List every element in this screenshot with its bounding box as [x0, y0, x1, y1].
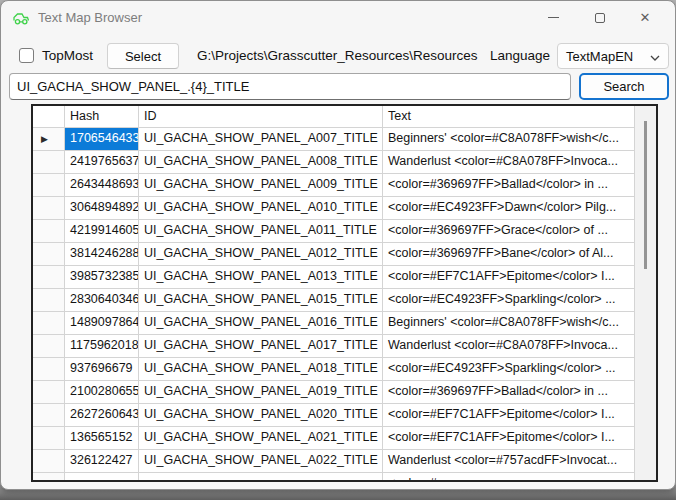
table-row-partial[interactable]: <color=#...	[33, 473, 656, 480]
row-selector-cell[interactable]	[33, 174, 65, 197]
text-cell[interactable]: <color=#EC4923FF>Dawn</color> Pilg...	[383, 197, 635, 220]
table-row[interactable]: 2643448693 UI_GACHA_SHOW_PANEL_A009_TITL…	[33, 174, 656, 197]
id-cell[interactable]: UI_GACHA_SHOW_PANEL_A020_TITLE	[139, 404, 383, 427]
id-cell[interactable]	[139, 473, 383, 480]
row-selector-cell[interactable]	[33, 404, 65, 427]
hash-cell[interactable]: 2627260643	[65, 404, 139, 427]
language-dropdown[interactable]: TextMapEN	[557, 43, 669, 69]
table-row[interactable]: 937696679 UI_GACHA_SHOW_PANEL_A018_TITLE…	[33, 358, 656, 381]
row-selector-cell[interactable]: ▶	[33, 128, 65, 151]
id-cell[interactable]: UI_GACHA_SHOW_PANEL_A012_TITLE	[139, 243, 383, 266]
topmost-label: TopMost	[42, 48, 93, 63]
id-cell[interactable]: UI_GACHA_SHOW_PANEL_A011_TITLE	[139, 220, 383, 243]
hash-cell[interactable]: 3064894892	[65, 197, 139, 220]
id-column-header[interactable]: ID	[139, 106, 383, 128]
id-cell[interactable]: UI_GACHA_SHOW_PANEL_A021_TITLE	[139, 427, 383, 450]
id-cell[interactable]: UI_GACHA_SHOW_PANEL_A017_TITLE	[139, 335, 383, 358]
table-row[interactable]: 136565152 UI_GACHA_SHOW_PANEL_A021_TITLE…	[33, 427, 656, 450]
app-window: Text Map Browser ✕ TopMost Select G:\Pro…	[0, 0, 676, 490]
scrollbar-thumb[interactable]	[644, 121, 647, 269]
text-cell[interactable]: <color=#EF7C1AFF>Epitome</color> I...	[383, 266, 635, 289]
table-row[interactable]: 4219914605 UI_GACHA_SHOW_PANEL_A011_TITL…	[33, 220, 656, 243]
text-cell[interactable]: Beginners' <color=#C8A078FF>wish</c...	[383, 128, 635, 151]
id-cell[interactable]: UI_GACHA_SHOW_PANEL_A018_TITLE	[139, 358, 383, 381]
row-selector-cell[interactable]	[33, 381, 65, 404]
text-cell[interactable]: Wanderlust <color=#C8A078FF>Invoca...	[383, 335, 635, 358]
hash-cell[interactable]: 1706546433	[65, 128, 139, 151]
hash-cell[interactable]: 3985732385	[65, 266, 139, 289]
text-cell[interactable]: <color=#369697FF>Bane</color> of Al...	[383, 243, 635, 266]
row-selector-cell[interactable]	[33, 358, 65, 381]
id-cell[interactable]: UI_GACHA_SHOW_PANEL_A022_TITLE	[139, 450, 383, 473]
id-cell[interactable]: UI_GACHA_SHOW_PANEL_A007_TITLE	[139, 128, 383, 151]
row-selector-cell[interactable]	[33, 220, 65, 243]
text-cell[interactable]: <color=#EC4923FF>Sparkling</color> ...	[383, 289, 635, 312]
row-selector-cell[interactable]	[33, 473, 65, 480]
select-button[interactable]: Select	[107, 43, 179, 69]
table-row[interactable]: 3985732385 UI_GACHA_SHOW_PANEL_A013_TITL…	[33, 266, 656, 289]
text-cell[interactable]: <color=#369697FF>Ballad</color> in ...	[383, 174, 635, 197]
id-cell[interactable]: UI_GACHA_SHOW_PANEL_A010_TITLE	[139, 197, 383, 220]
text-column-header[interactable]: Text	[383, 106, 635, 128]
text-cell[interactable]: <color=#369697FF>Grace</color> of ...	[383, 220, 635, 243]
minimize-icon	[548, 17, 559, 18]
row-selector-cell[interactable]	[33, 197, 65, 220]
vertical-scrollbar[interactable]	[635, 106, 656, 480]
table-row[interactable]: 326122427 UI_GACHA_SHOW_PANEL_A022_TITLE…	[33, 450, 656, 473]
table-row[interactable]: 2830640346 UI_GACHA_SHOW_PANEL_A015_TITL…	[33, 289, 656, 312]
table-row[interactable]: 2100280655 UI_GACHA_SHOW_PANEL_A019_TITL…	[33, 381, 656, 404]
hash-cell[interactable]: 2830640346	[65, 289, 139, 312]
hash-cell[interactable]	[65, 473, 139, 480]
maximize-button[interactable]	[580, 1, 620, 34]
row-selector-cell[interactable]	[33, 450, 65, 473]
hash-cell[interactable]: 2419765637	[65, 151, 139, 174]
hash-cell[interactable]: 4219914605	[65, 220, 139, 243]
table-row[interactable]: 2419765637 UI_GACHA_SHOW_PANEL_A008_TITL…	[33, 151, 656, 174]
language-selected-value: TextMapEN	[566, 49, 650, 64]
row-selector-cell[interactable]	[33, 427, 65, 450]
id-cell[interactable]: UI_GACHA_SHOW_PANEL_A009_TITLE	[139, 174, 383, 197]
grasscutter-app-icon	[13, 10, 30, 26]
hash-cell[interactable]: 326122427	[65, 450, 139, 473]
row-selector-cell[interactable]	[33, 335, 65, 358]
text-cell[interactable]: Wanderlust <color=#C8A078FF>Invoca...	[383, 151, 635, 174]
minimize-button[interactable]	[533, 1, 573, 34]
hash-cell[interactable]: 2643448693	[65, 174, 139, 197]
text-cell[interactable]: <color=#...	[383, 473, 635, 480]
search-button[interactable]: Search	[579, 73, 669, 100]
hash-cell[interactable]: 1489097864	[65, 312, 139, 335]
topmost-checkbox[interactable]	[19, 48, 34, 63]
id-cell[interactable]: UI_GACHA_SHOW_PANEL_A015_TITLE	[139, 289, 383, 312]
hash-cell[interactable]: 2100280655	[65, 381, 139, 404]
id-cell[interactable]: UI_GACHA_SHOW_PANEL_A013_TITLE	[139, 266, 383, 289]
hash-cell[interactable]: 1175962018	[65, 335, 139, 358]
id-cell[interactable]: UI_GACHA_SHOW_PANEL_A008_TITLE	[139, 151, 383, 174]
row-selector-cell[interactable]	[33, 151, 65, 174]
id-cell[interactable]: UI_GACHA_SHOW_PANEL_A019_TITLE	[139, 381, 383, 404]
table-row[interactable]: 3064894892 UI_GACHA_SHOW_PANEL_A010_TITL…	[33, 197, 656, 220]
table-row[interactable]: 1489097864 UI_GACHA_SHOW_PANEL_A016_TITL…	[33, 312, 656, 335]
table-row[interactable]: 1175962018 UI_GACHA_SHOW_PANEL_A017_TITL…	[33, 335, 656, 358]
table-row[interactable]: 2627260643 UI_GACHA_SHOW_PANEL_A020_TITL…	[33, 404, 656, 427]
row-selector-cell[interactable]	[33, 312, 65, 335]
text-cell[interactable]: <color=#EF7C1AFF>Epitome</color> I...	[383, 404, 635, 427]
search-input[interactable]	[9, 73, 571, 100]
table-row[interactable]: ▶ 1706546433 UI_GACHA_SHOW_PANEL_A007_TI…	[33, 128, 656, 151]
row-selector-cell[interactable]	[33, 266, 65, 289]
text-cell[interactable]: <color=#EC4923FF>Sparkling</color> ...	[383, 358, 635, 381]
table-row[interactable]: 3814246288 UI_GACHA_SHOW_PANEL_A012_TITL…	[33, 243, 656, 266]
text-cell[interactable]: Beginners' <color=#C8A078FF>wish</c...	[383, 312, 635, 335]
hash-column-header[interactable]: Hash	[65, 106, 139, 128]
text-cell[interactable]: <color=#EF7C1AFF>Epitome</color> I...	[383, 427, 635, 450]
row-selector-cell[interactable]	[33, 243, 65, 266]
text-cell[interactable]: <color=#369697FF>Ballad</color> in ...	[383, 381, 635, 404]
close-button[interactable]: ✕	[625, 1, 665, 34]
title-bar: Text Map Browser ✕	[1, 1, 675, 35]
id-cell[interactable]: UI_GACHA_SHOW_PANEL_A016_TITLE	[139, 312, 383, 335]
row-selector-header	[33, 106, 65, 128]
hash-cell[interactable]: 136565152	[65, 427, 139, 450]
text-cell[interactable]: Wanderlust <color=#757acdFF>Invocat...	[383, 450, 635, 473]
hash-cell[interactable]: 937696679	[65, 358, 139, 381]
hash-cell[interactable]: 3814246288	[65, 243, 139, 266]
row-selector-cell[interactable]	[33, 289, 65, 312]
